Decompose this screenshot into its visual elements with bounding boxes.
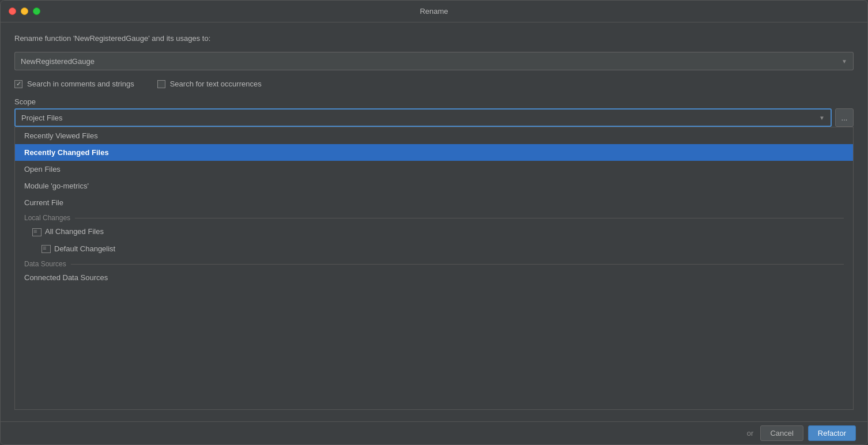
checkbox-row: Search in comments and strings Search fo… (14, 80, 854, 88)
dropdown-item-recently-viewed[interactable]: Recently Viewed Files (15, 127, 853, 144)
titlebar: Rename (1, 1, 867, 22)
search-comments-checkbox[interactable] (14, 80, 22, 88)
titlebar-buttons (9, 7, 40, 15)
rename-input-row: ▼ (14, 52, 854, 70)
dropdown-item-module-go-metrics[interactable]: Module 'go-metrics' (15, 178, 853, 194)
dropdown-item-connected-data-sources[interactable]: Connected Data Sources (15, 269, 853, 286)
scope-chevron-icon: ▼ (819, 115, 825, 121)
data-sources-separator: Data Sources (15, 257, 853, 269)
search-text-checkbox-item[interactable]: Search for text occurrences (157, 80, 262, 88)
scope-label: Scope (14, 97, 854, 106)
scope-ellipsis-button[interactable]: ... (835, 108, 854, 127)
scope-dropdown-row: Project Files ▼ ... (14, 108, 854, 127)
scope-dropdown-list: Recently Viewed Files Recently Changed F… (14, 127, 854, 410)
maximize-button[interactable] (33, 7, 40, 15)
cancel-button[interactable]: Cancel (760, 425, 803, 441)
search-comments-label: Search in comments and strings (27, 80, 134, 88)
scope-section: Scope Project Files ▼ ... Recently Viewe… (14, 97, 854, 410)
local-changes-separator: Local Changes (15, 211, 853, 223)
dialog-content: Rename function 'NewRegisteredGauge' and… (1, 22, 867, 421)
rename-input[interactable] (14, 52, 836, 70)
dropdown-item-recently-changed[interactable]: Recently Changed Files (15, 144, 853, 161)
search-comments-checkbox-item[interactable]: Search in comments and strings (14, 80, 134, 88)
search-text-label: Search for text occurrences (170, 80, 262, 88)
search-text-checkbox[interactable] (157, 80, 165, 88)
chevron-down-icon: ▼ (841, 58, 847, 65)
close-button[interactable] (9, 7, 16, 15)
scope-selected-text: Project Files (21, 114, 63, 122)
or-label: or (747, 429, 754, 438)
refactor-button[interactable]: Refactor (808, 425, 856, 441)
default-changelist-icon (41, 245, 51, 253)
all-changed-files-icon (32, 228, 41, 236)
rename-dialog: Rename Rename function 'NewRegisteredGau… (0, 0, 868, 445)
rename-dropdown-arrow[interactable]: ▼ (836, 52, 854, 70)
bottom-bar: or Cancel Refactor (1, 421, 867, 444)
dropdown-item-default-changelist[interactable]: Default Changelist (15, 240, 853, 258)
window-title: Rename (420, 7, 448, 16)
dropdown-item-all-changed-files[interactable]: All Changed Files (15, 223, 853, 240)
dialog-subtitle: Rename function 'NewRegisteredGauge' and… (14, 34, 854, 43)
dropdown-item-current-file[interactable]: Current File (15, 194, 853, 211)
minimize-button[interactable] (21, 7, 28, 15)
dropdown-item-open-files[interactable]: Open Files (15, 161, 853, 178)
scope-select[interactable]: Project Files ▼ (14, 108, 832, 127)
